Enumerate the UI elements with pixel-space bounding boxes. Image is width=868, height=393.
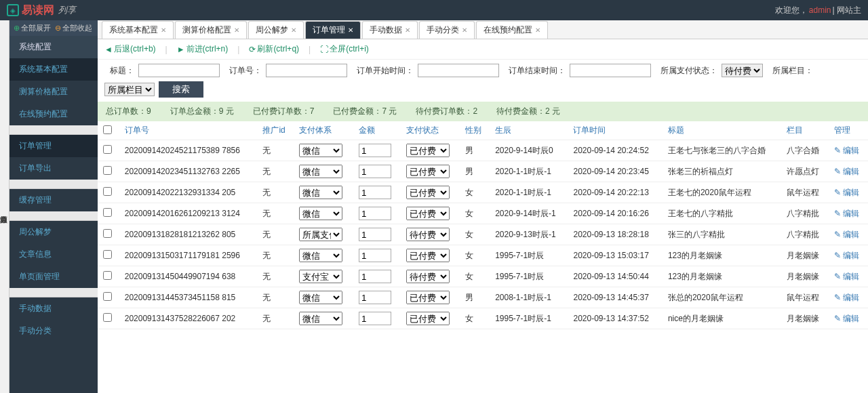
close-icon[interactable]: ✕ <box>462 26 467 34</box>
cell-paysys[interactable]: 支付宝 <box>299 270 342 283</box>
tab-5[interactable]: 手动分类 ✕ <box>419 21 475 39</box>
close-icon[interactable]: ✕ <box>234 26 239 34</box>
col-8[interactable]: 订单时间 <box>568 121 662 140</box>
cell-paysys[interactable]: 所属支付体系 <box>299 228 342 241</box>
select-paystat[interactable]: 待付费 <box>722 64 763 77</box>
cell-paystat[interactable]: 已付费 <box>406 249 450 262</box>
cell-paysys[interactable]: 微信 <box>299 165 342 178</box>
row-check[interactable] <box>103 292 112 301</box>
cell-paysys[interactable]: 微信 <box>299 144 342 157</box>
row-check[interactable] <box>103 145 112 154</box>
menu-item-10[interactable]: 周公解梦 <box>9 221 98 243</box>
cell-amount[interactable] <box>359 186 391 199</box>
edit-button[interactable]: ✎编辑 <box>834 292 859 304</box>
col-7[interactable]: 生辰 <box>490 121 568 140</box>
fullscreen-button[interactable]: ⛶ 全屏(ctrl+i) <box>320 43 369 55</box>
collapse-all[interactable]: ⊖全部收起 <box>55 23 92 33</box>
forward-button[interactable]: ► 前进(ctrl+n) <box>177 43 229 55</box>
row-check[interactable] <box>103 313 112 322</box>
tab-0[interactable]: 系统基本配置 ✕ <box>102 21 174 39</box>
cell-amount[interactable] <box>359 291 391 304</box>
site-link[interactable]: | 网站主 <box>833 5 861 16</box>
cell-paysys[interactable]: 微信 <box>299 312 342 325</box>
cell-amount[interactable] <box>359 207 391 220</box>
cell-amount[interactable] <box>359 165 391 178</box>
search-button[interactable]: 搜索 <box>159 81 203 98</box>
strip-label-a[interactable]: 算命频道 <box>0 27 9 393</box>
input-order[interactable] <box>266 64 347 77</box>
col-1[interactable]: 订单号 <box>119 121 258 140</box>
menu-item-9[interactable] <box>9 211 98 221</box>
row-check[interactable] <box>103 187 112 196</box>
close-icon[interactable]: ✕ <box>161 26 166 34</box>
tab-6[interactable]: 在线预约配置 ✕ <box>476 21 548 39</box>
row-check[interactable] <box>103 271 112 280</box>
col-11[interactable]: 管理 <box>829 121 868 140</box>
col-6[interactable]: 性别 <box>460 121 490 140</box>
cell-paystat[interactable]: 已付费 <box>406 165 450 178</box>
cell-paystat[interactable]: 已付费 <box>406 291 450 304</box>
select-column[interactable]: 所属栏目 <box>104 83 155 96</box>
cell-amount[interactable] <box>359 144 391 157</box>
cell-paysys[interactable]: 微信 <box>299 186 342 199</box>
check-all[interactable] <box>103 125 112 134</box>
cell-paysys[interactable]: 微信 <box>299 207 342 220</box>
menu-item-7[interactable] <box>9 180 98 189</box>
menu-item-0[interactable]: 系统配置 <box>9 36 98 58</box>
close-icon[interactable]: ✕ <box>535 26 540 34</box>
edit-button[interactable]: ✎编辑 <box>834 250 859 262</box>
col-9[interactable]: 标题 <box>663 121 781 140</box>
cell-paystat[interactable]: 待付费 <box>406 228 450 241</box>
menu-item-3[interactable]: 在线预约配置 <box>9 103 98 125</box>
tab-1[interactable]: 测算价格配置 ✕ <box>175 21 247 39</box>
back-button[interactable]: ◄ 后退(ctrl+b) <box>104 43 156 55</box>
cell-amount[interactable] <box>359 249 391 262</box>
menu-item-12[interactable]: 单页面管理 <box>9 266 98 288</box>
cell-paysys[interactable]: 微信 <box>299 291 342 304</box>
tab-3[interactable]: 订单管理 ✕ <box>305 21 361 39</box>
col-3[interactable]: 支付体系 <box>294 121 353 140</box>
menu-item-5[interactable]: 订单管理 <box>9 135 98 157</box>
cell-amount[interactable] <box>359 312 391 325</box>
edit-button[interactable]: ✎编辑 <box>834 145 859 157</box>
tab-2[interactable]: 周公解梦 ✕ <box>248 21 304 39</box>
cell-amount[interactable] <box>359 228 391 241</box>
menu-item-13[interactable] <box>9 288 98 297</box>
menu-item-14[interactable]: 手动数据 <box>9 297 98 320</box>
menu-item-6[interactable]: 订单导出 <box>9 157 98 180</box>
close-icon[interactable]: ✕ <box>405 26 410 34</box>
col-10[interactable]: 栏目 <box>781 121 829 140</box>
cell-amount[interactable] <box>359 270 391 283</box>
row-check[interactable] <box>103 229 112 238</box>
col-4[interactable]: 金额 <box>353 121 401 140</box>
edit-button[interactable]: ✎编辑 <box>834 229 859 241</box>
cell-paystat[interactable]: 已付费 <box>406 312 450 325</box>
row-check[interactable] <box>103 250 112 259</box>
input-end[interactable] <box>570 64 651 77</box>
input-title[interactable] <box>138 64 220 77</box>
expand-all[interactable]: ⊕全部展开 <box>14 23 51 33</box>
input-start[interactable] <box>418 64 499 77</box>
edit-button[interactable]: ✎编辑 <box>834 166 859 178</box>
menu-item-2[interactable]: 测算价格配置 <box>9 81 98 103</box>
menu-item-15[interactable]: 手动分类 <box>9 320 98 342</box>
cell-paystat[interactable]: 已付费 <box>406 186 450 199</box>
menu-item-11[interactable]: 文章信息 <box>9 243 98 266</box>
edit-button[interactable]: ✎编辑 <box>834 271 859 283</box>
close-icon[interactable]: ✕ <box>291 26 296 34</box>
menu-item-8[interactable]: 缓存管理 <box>9 189 98 211</box>
col-5[interactable]: 支付状态 <box>401 121 460 140</box>
col-2[interactable]: 推广id <box>257 121 294 140</box>
row-check[interactable] <box>103 166 112 175</box>
current-user[interactable]: admin <box>809 5 831 15</box>
menu-item-4[interactable] <box>9 125 98 135</box>
cell-paystat[interactable]: 已付费 <box>406 144 450 157</box>
cell-paystat[interactable]: 待付费 <box>406 270 450 283</box>
close-icon[interactable]: ✕ <box>348 26 353 34</box>
menu-item-1[interactable]: 系统基本配置 <box>9 58 98 81</box>
edit-button[interactable]: ✎编辑 <box>834 208 859 220</box>
edit-button[interactable]: ✎编辑 <box>834 313 859 325</box>
edit-button[interactable]: ✎编辑 <box>834 187 859 199</box>
cell-paysys[interactable]: 微信 <box>299 249 342 262</box>
row-check[interactable] <box>103 208 112 217</box>
